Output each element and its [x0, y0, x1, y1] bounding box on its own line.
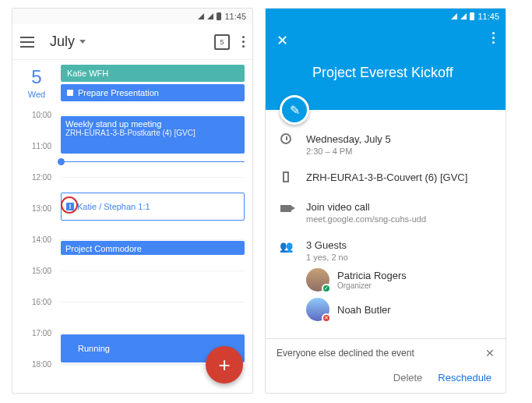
now-indicator-line — [61, 161, 245, 162]
notice-text: Everyone else declined the event — [277, 348, 414, 359]
detail-time: Wednesday, July 5 2:30 – 4 PM — [278, 133, 493, 156]
people-icon: 👥 — [280, 240, 293, 253]
video-icon — [280, 205, 291, 212]
event-title: Project Everest Kickoff — [266, 57, 506, 81]
clock-text: 11:45 — [224, 12, 246, 21]
pencil-icon: ✎ — [290, 103, 300, 118]
event-one-on-one[interactable]: ! Katie / Stephan 1:1 — [61, 193, 245, 221]
detail-video[interactable]: Join video call meet.google.com/sng-cuhs… — [278, 201, 493, 224]
event-title: Running — [78, 344, 110, 353]
video-url: meet.google.com/sng-cuhs-udd — [306, 214, 493, 224]
event-time: 2:30 – 4 PM — [306, 147, 493, 156]
events-column: Weekly stand up meeting ZRH-EURA1-3-B-Po… — [61, 107, 245, 387]
menu-icon[interactable] — [20, 37, 34, 48]
event-title: Weekly stand up meeting — [65, 119, 240, 129]
close-button[interactable]: ✕ — [277, 32, 288, 49]
event-details: Wednesday, July 5 2:30 – 4 PM ZRH-EURA1-… — [266, 110, 506, 321]
presentation-icon — [67, 90, 73, 96]
day-header-row: 5 Wed Katie WFH Prepare Presentation — [12, 60, 252, 104]
footer: Everyone else declined the event ✕ Delet… — [266, 338, 506, 393]
more-options-icon[interactable] — [492, 32, 495, 49]
day-number: 5 — [12, 66, 61, 88]
allday-event[interactable]: Katie WFH — [61, 65, 245, 82]
annotation-circle — [61, 196, 78, 214]
event-header: ✕ Project Everest Kickoff ✎ — [266, 24, 506, 110]
calendar-header: July 5 — [12, 24, 252, 60]
event-location: ZRH-EURA1-3-B-Postkarte (4) [GVC] — [65, 129, 240, 137]
day-label: 5 Wed — [12, 65, 61, 104]
plus-icon: + — [218, 353, 230, 377]
detail-room[interactable]: ZRH-EURA1-3-B-Couvert (6) [GVC] — [278, 171, 493, 186]
guest-name: Patricia Rogers — [337, 270, 407, 281]
allday-events: Katie WFH Prepare Presentation — [61, 65, 252, 104]
status-bar: 11:45 — [266, 9, 506, 24]
day-name: Wed — [12, 90, 61, 99]
event-title: Project Commodore — [65, 244, 142, 253]
more-options-icon[interactable] — [242, 36, 245, 48]
month-picker[interactable]: July — [50, 34, 86, 50]
event-commodore[interactable]: Project Commodore — [61, 241, 245, 255]
guest-role: Organizer — [337, 281, 407, 290]
event-standup[interactable]: Weekly stand up meeting ZRH-EURA1-3-B-Po… — [61, 116, 245, 154]
status-badge-accepted: ✓ — [322, 284, 331, 293]
dismiss-notice-button[interactable]: ✕ — [485, 347, 495, 359]
flag-icon: ⚑ — [65, 344, 73, 354]
guest-row[interactable]: ✕ Noah Butler — [306, 298, 493, 321]
allday-event[interactable]: Prepare Presentation — [61, 84, 245, 101]
room-text: ZRH-EURA1-3-B-Couvert (6) [GVC] — [306, 171, 493, 186]
clock-icon — [280, 133, 291, 144]
status-bar: 11:45 — [12, 9, 252, 24]
signal-icon — [451, 13, 457, 19]
room-icon — [283, 171, 289, 182]
reschedule-button[interactable]: Reschedule — [438, 372, 491, 384]
guests-count: 3 Guests — [306, 239, 493, 251]
month-label: July — [50, 34, 75, 50]
signal-icon — [198, 13, 204, 19]
event-date: Wednesday, July 5 — [306, 133, 493, 145]
create-event-fab[interactable]: + — [206, 346, 243, 384]
chevron-down-icon — [79, 40, 86, 44]
battery-icon — [470, 12, 474, 20]
clock-text: 11:45 — [477, 12, 499, 21]
guest-name: Noah Butler — [337, 304, 391, 316]
edit-event-fab[interactable]: ✎ — [280, 95, 309, 125]
now-indicator-dot — [58, 158, 65, 165]
decline-notice: Everyone else declined the event ✕ — [266, 339, 506, 367]
video-label: Join video call — [306, 201, 493, 213]
event-title: Katie / Stephan 1:1 — [77, 202, 150, 211]
today-button[interactable]: 5 — [214, 34, 230, 50]
wifi-icon — [460, 13, 467, 19]
detail-guests[interactable]: 👥 3 Guests 1 yes, 2 no — [278, 239, 493, 262]
wifi-icon — [207, 13, 213, 19]
timeline[interactable]: 10:00 11:00 12:00 13:00 14:00 15:00 16:0… — [12, 107, 252, 387]
guests-status: 1 yes, 2 no — [306, 253, 493, 262]
event-detail-view: 11:45 ✕ Project Everest Kickoff ✎ Wednes… — [265, 8, 506, 394]
guest-row[interactable]: ✓ Patricia Rogers Organizer — [306, 268, 493, 292]
status-badge-declined: ✕ — [322, 313, 331, 323]
avatar: ✕ — [306, 298, 329, 321]
battery-icon — [217, 12, 221, 20]
delete-button[interactable]: Delete — [393, 372, 423, 384]
avatar: ✓ — [306, 268, 329, 292]
calendar-day-view: 11:45 July 5 5 Wed Katie WFH Prepare Pre… — [12, 8, 253, 394]
